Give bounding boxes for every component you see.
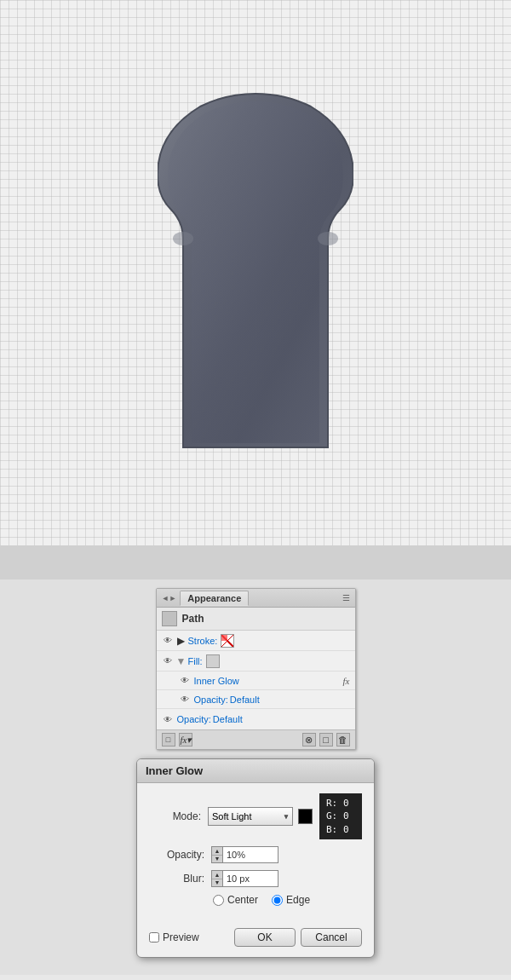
stroke-label: Stroke: [188, 636, 218, 646]
mode-select[interactable]: Soft Light Normal Multiply Screen Overla… [208, 807, 293, 826]
panels-area: ◄► Appearance ☰ Path 👁 ▶ Stroke: [0, 579, 511, 975]
dialog-blur-label: Blur: [149, 873, 204, 885]
delete-icon[interactable]: 🗑 [336, 733, 350, 747]
edge-radio[interactable] [272, 895, 283, 906]
appearance-tab[interactable]: Appearance [180, 591, 249, 606]
inner-glow-dialog: Inner Glow Mode: Soft Light Normal Multi… [136, 758, 375, 958]
opacity-input[interactable] [223, 846, 278, 863]
r-value: R: 0 [326, 797, 355, 810]
canvas-area [0, 0, 511, 545]
preview-checkbox[interactable] [149, 932, 159, 943]
center-label[interactable]: Center [213, 894, 258, 906]
new-item-icon[interactable]: □ [162, 733, 175, 747]
panel-menu-icon[interactable]: ☰ [342, 593, 350, 602]
opacity-up-arrow[interactable]: ▲ [212, 847, 222, 856]
opacity1-value: Default [230, 695, 260, 705]
center-edge-row: Center Edge [149, 894, 362, 906]
panel-expand-icon: ◄► [162, 594, 177, 602]
dialog-blur-row: Blur: ▲ ▼ [149, 870, 362, 887]
inner-glow-title: Inner Glow [146, 764, 203, 777]
inner-glow-label[interactable]: Inner Glow [194, 676, 239, 686]
blur-up-arrow[interactable]: ▲ [212, 871, 222, 879]
inner-glow-visibility-icon[interactable]: 👁 [179, 675, 191, 687]
center-radio[interactable] [213, 895, 224, 906]
path-label: Path [182, 613, 204, 625]
duplicate-icon[interactable]: □ [319, 733, 333, 747]
appearance-panel-footer: □ fx▾ ⊗ □ 🗑 [157, 729, 355, 749]
rgb-display: R: 0 G: 0 B: 0 [319, 793, 362, 839]
blur-down-arrow[interactable]: ▼ [212, 879, 222, 887]
path-icon [162, 611, 177, 626]
mode-label: Mode: [149, 810, 201, 822]
preview-label: Preview [163, 931, 199, 943]
opacity-down-arrow[interactable]: ▼ [212, 856, 222, 863]
b-value: B: 0 [326, 823, 355, 836]
stroke-expand-icon[interactable]: ▶ [177, 637, 186, 645]
appearance-panel: ◄► Appearance ☰ Path 👁 ▶ Stroke: [156, 588, 356, 750]
appearance-panel-body: Path 👁 ▶ Stroke: 👁 ▼ [157, 608, 355, 729]
fx-dropdown-icon[interactable]: fx▾ [179, 733, 192, 747]
fill-expand-icon[interactable]: ▼ [177, 657, 186, 666]
dialog-footer: Preview OK Cancel [137, 923, 374, 957]
opacity-input-wrapper: ▲ ▼ [211, 846, 278, 863]
fill-label: Fill: [188, 656, 203, 666]
fx-dropdown-label: fx▾ [181, 735, 192, 746]
inner-glow-row: 👁 Inner Glow fx [157, 672, 355, 690]
dialog-opacity-label: Opacity: [149, 849, 204, 861]
color-swatch[interactable] [298, 809, 313, 824]
separator-bar [0, 545, 511, 579]
fx-icon: fx [343, 676, 350, 686]
stroke-row: 👁 ▶ Stroke: [157, 631, 355, 651]
tombstone-shape [158, 89, 353, 456]
opacity-stepper[interactable]: ▲ ▼ [211, 846, 223, 863]
inner-glow-titlebar: Inner Glow [137, 759, 374, 783]
ok-button[interactable]: OK [234, 928, 296, 947]
preview-wrapper: Preview [149, 931, 229, 943]
opacity2-visibility-icon[interactable]: 👁 [162, 713, 174, 725]
inner-glow-body: Mode: Soft Light Normal Multiply Screen … [137, 783, 374, 923]
opacity-row-1: 👁 Opacity: Default [157, 690, 355, 709]
opacity1-label: Opacity: [194, 695, 228, 705]
cancel-button[interactable]: Cancel [301, 928, 362, 947]
svg-point-1 [318, 232, 338, 245]
mode-select-wrapper: Soft Light Normal Multiply Screen Overla… [208, 807, 293, 826]
no-icon[interactable]: ⊗ [302, 733, 316, 747]
fill-swatch[interactable] [206, 654, 220, 668]
fill-visibility-icon[interactable]: 👁 [162, 655, 174, 667]
path-row: Path [157, 608, 355, 631]
blur-stepper[interactable]: ▲ ▼ [211, 870, 223, 887]
opacity-row-2: 👁 Opacity: Default [157, 709, 355, 729]
fill-row: 👁 ▼ Fill: [157, 651, 355, 672]
stroke-swatch[interactable] [221, 634, 234, 648]
opacity1-visibility-icon[interactable]: 👁 [179, 694, 191, 706]
stroke-visibility-icon[interactable]: 👁 [162, 635, 174, 647]
edge-label[interactable]: Edge [272, 894, 310, 906]
g-value: G: 0 [326, 810, 355, 822]
blur-input[interactable] [223, 870, 278, 887]
svg-rect-5 [221, 635, 227, 641]
appearance-panel-titlebar: ◄► Appearance ☰ [157, 589, 355, 608]
opacity2-value: Default [213, 714, 243, 724]
opacity2-label: Opacity: [177, 714, 211, 724]
svg-point-0 [173, 232, 193, 245]
dialog-opacity-row: Opacity: ▲ ▼ [149, 846, 362, 863]
mode-row: Mode: Soft Light Normal Multiply Screen … [149, 793, 362, 839]
blur-input-wrapper: ▲ ▼ [211, 870, 278, 887]
